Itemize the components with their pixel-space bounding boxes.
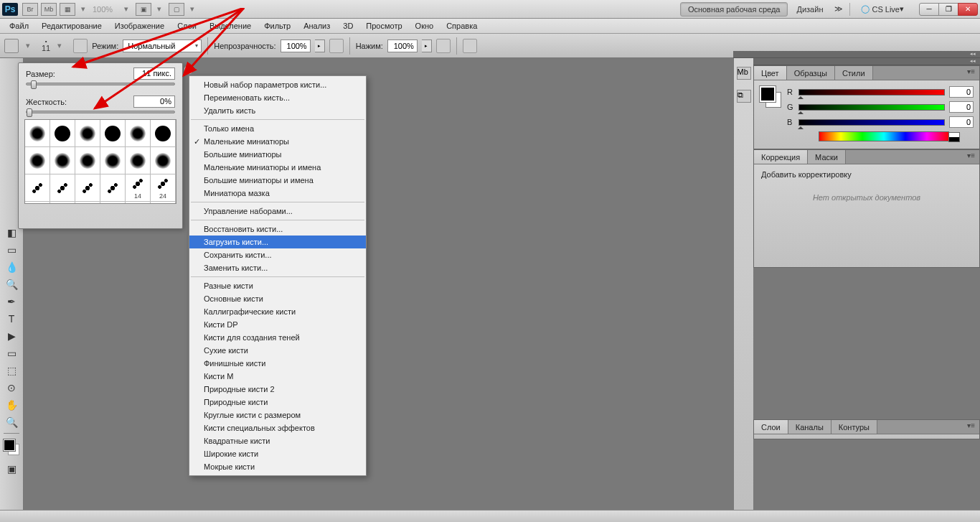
fg-color[interactable] — [4, 439, 15, 451]
brush-dd[interactable]: ▾ — [55, 41, 65, 50]
arrange-icon[interactable]: ▦ — [60, 3, 75, 16]
screen-dd[interactable]: ▾ — [154, 4, 164, 14]
zoom-dd[interactable]: ▾ — [121, 4, 131, 14]
ctx-item[interactable]: Кисти M — [189, 370, 366, 383]
ctx-item[interactable]: Природные кисти 2 — [189, 383, 366, 396]
brush-preset-cell[interactable] — [126, 120, 151, 147]
3d-camera-tool[interactable]: ⊙ — [3, 380, 20, 396]
ctx-item[interactable]: Природные кисти — [189, 396, 366, 409]
menu-Справка[interactable]: Справка — [440, 19, 484, 32]
slider-thumb[interactable] — [798, 123, 804, 129]
type-tool[interactable]: T — [3, 311, 20, 327]
color-swatch[interactable] — [4, 439, 19, 455]
tab-swatches[interactable]: Образцы — [787, 66, 835, 80]
brush-preset-cell[interactable] — [25, 120, 50, 147]
tablet-opacity-icon[interactable] — [329, 39, 344, 53]
ctx-item[interactable]: Восстановить кисти... — [189, 223, 366, 236]
dock-collapse-grip[interactable]: ◂◂ — [753, 58, 980, 65]
minibridge-icon[interactable]: Mb — [41, 3, 57, 16]
dock-collapse-grip[interactable]: ◂◂ — [733, 51, 980, 58]
zoom-level[interactable]: 100% — [93, 5, 113, 14]
ctx-item[interactable]: Каллиграфические кисти — [189, 305, 366, 318]
brush-preset-cell[interactable] — [151, 147, 176, 174]
brush-preset-cell[interactable]: 11 — [126, 202, 151, 204]
shape-tool[interactable]: ▭ — [3, 345, 20, 361]
extras-dd[interactable]: ▾ — [187, 4, 197, 14]
brush-preset-cell[interactable]: 27 — [25, 202, 50, 204]
b-slider[interactable] — [798, 119, 945, 126]
blur-tool[interactable]: 💧 — [3, 259, 20, 275]
brush-preset-cell[interactable] — [151, 120, 176, 147]
brush-grid[interactable]: 1424273946591117 — [24, 119, 176, 204]
tab-masks[interactable]: Маски — [808, 150, 846, 164]
ctx-item[interactable]: Разные кисти — [189, 279, 366, 292]
close-button[interactable]: ✕ — [958, 3, 978, 16]
workspace-more-button[interactable]: ≫ — [831, 2, 846, 17]
b-value[interactable]: 0 — [949, 116, 974, 128]
menu-Анализ[interactable]: Анализ — [297, 19, 336, 32]
arrange-dd[interactable]: ▾ — [78, 4, 88, 14]
ctx-item[interactable]: Основные кисти — [189, 292, 366, 305]
brush-preset-cell[interactable] — [25, 174, 50, 202]
opacity-field[interactable]: 100% — [281, 39, 311, 52]
workspace-design-button[interactable]: Дизайн — [789, 2, 830, 17]
g-value[interactable]: 0 — [949, 101, 974, 113]
g-slider[interactable] — [798, 104, 945, 111]
tab-channels[interactable]: Каналы — [788, 420, 831, 434]
ctx-item[interactable]: Миниатюра мазка — [189, 187, 366, 200]
menu-Изображение[interactable]: Изображение — [108, 19, 171, 32]
brush-preset-cell[interactable] — [50, 147, 75, 174]
ctx-item[interactable]: Кисти специальных эффектов — [189, 421, 366, 434]
r-slider[interactable] — [798, 89, 945, 95]
hardness-slider[interactable] — [26, 111, 175, 113]
brush-preset-cell[interactable] — [126, 147, 151, 174]
tab-adjustments[interactable]: Коррекция — [754, 150, 808, 164]
r-value[interactable]: 0 — [949, 86, 974, 98]
ctx-item[interactable]: Мокрые кисти — [189, 460, 366, 473]
brush-preset-cell[interactable] — [50, 120, 75, 147]
brush-preset-cell[interactable] — [100, 147, 126, 174]
brush-preset-cell[interactable] — [75, 120, 100, 147]
brush-preset-cell[interactable]: 59 — [100, 202, 126, 204]
ctx-item[interactable]: Только имена — [189, 122, 366, 135]
history-panel-icon[interactable]: ⧉ — [737, 90, 751, 103]
tab-color[interactable]: Цвет — [754, 66, 787, 80]
menu-3D[interactable]: 3D — [336, 19, 359, 32]
ctx-item[interactable]: Сохранить кисти... — [189, 248, 366, 261]
ctx-item[interactable]: Большие миниатюры и имена — [189, 174, 366, 187]
ctx-item[interactable]: Маленькие миниатюры и имена — [189, 161, 366, 174]
brush-preset-cell[interactable] — [75, 147, 100, 174]
hardness-value[interactable]: 0% — [133, 95, 175, 108]
menu-Просмотр[interactable]: Просмотр — [359, 19, 408, 32]
menu-Фильтр[interactable]: Фильтр — [258, 19, 297, 32]
tablet-size-icon[interactable] — [463, 39, 477, 53]
ctx-item[interactable]: Заменить кисти... — [189, 261, 366, 274]
menu-Окно[interactable]: Окно — [409, 19, 440, 32]
pen-tool[interactable]: ✒ — [3, 294, 20, 309]
ctx-item[interactable]: Круглые кисти с размером — [189, 409, 366, 421]
ctx-item[interactable]: Широкие кисти — [189, 447, 366, 460]
airbrush-icon[interactable] — [436, 39, 451, 53]
tab-paths[interactable]: Контуры — [831, 420, 877, 434]
screen-mode-icon[interactable]: ▣ — [136, 3, 151, 16]
fg-swatch[interactable] — [760, 86, 776, 102]
brush-panel-toggle-icon[interactable] — [73, 39, 88, 53]
tool-preset-dd[interactable]: ▾ — [23, 41, 33, 50]
menu-Выделение[interactable]: Выделение — [203, 19, 258, 32]
slider-thumb[interactable] — [31, 80, 37, 89]
ctx-item[interactable]: ✓Маленькие миниатюры — [189, 135, 366, 148]
ctx-item[interactable]: Удалить кисть — [189, 104, 366, 117]
panel-menu-icon[interactable]: ▾≡ — [963, 66, 979, 80]
ctx-item[interactable]: Финишные кисти — [189, 357, 366, 370]
dodge-tool[interactable]: 🔍 — [3, 276, 20, 292]
brush-preset-cell[interactable] — [100, 120, 126, 147]
quickmask-tool[interactable]: ▣ — [3, 461, 20, 477]
brush-preset-cell[interactable] — [50, 174, 75, 202]
ctx-item[interactable]: Загрузить кисти... — [189, 236, 366, 248]
ctx-item[interactable]: Новый набор параметров кисти... — [189, 78, 366, 91]
bridge-icon[interactable]: Br — [22, 3, 38, 16]
menu-Редактирование[interactable]: Редактирование — [35, 19, 108, 32]
blend-mode-select[interactable]: Нормальный — [123, 39, 202, 52]
brush-preset-cell[interactable] — [25, 147, 50, 174]
ctx-item[interactable]: Переименовать кисть... — [189, 91, 366, 104]
